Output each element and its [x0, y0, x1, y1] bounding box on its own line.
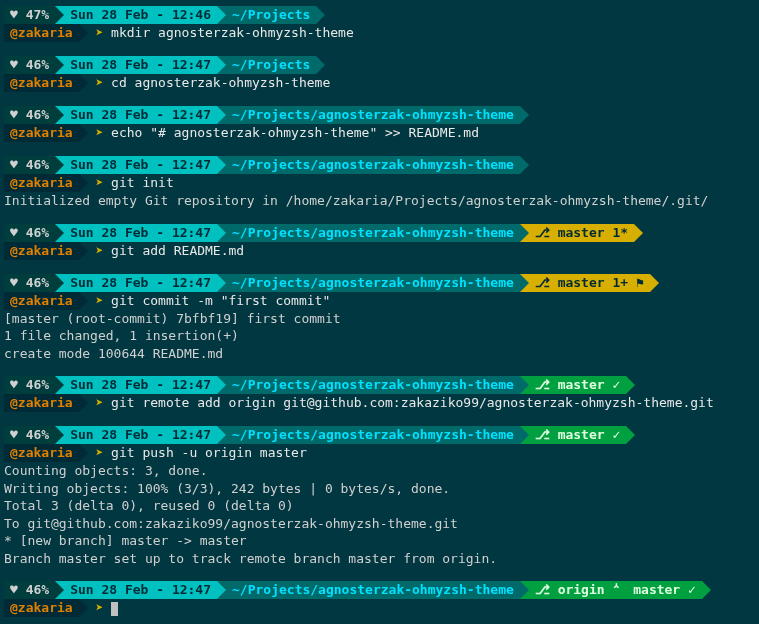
user-segment: @zakaria: [4, 174, 79, 192]
segment-arrow-icon: [217, 6, 226, 24]
battery-value: 46%: [18, 157, 49, 172]
output-line: create mode 100644 README.md: [4, 345, 755, 363]
prompt-status-line: ♥ 46%Sun 28 Feb - 12:47~/Projects: [4, 56, 755, 74]
text-cursor: [111, 602, 118, 616]
path-segment: ~/Projects/agnosterzak-ohmyzsh-theme: [226, 426, 520, 444]
segment-arrow-icon: [55, 6, 64, 24]
segment-arrow-icon: [217, 106, 226, 124]
segment-arrow-icon: [217, 274, 226, 292]
segment-arrow-icon: [217, 156, 226, 174]
path-segment: ~/Projects/agnosterzak-ohmyzsh-theme: [226, 274, 520, 292]
command-text[interactable]: cd agnosterzak-ohmyzsh-theme: [111, 75, 330, 90]
segment-arrow-icon: [520, 581, 529, 599]
terminal[interactable]: ♥ 47%Sun 28 Feb - 12:46~/Projects@zakari…: [4, 6, 755, 617]
command-text[interactable]: echo "# agnosterzak-ohmyzsh-theme" >> RE…: [111, 125, 479, 140]
path-segment: ~/Projects: [226, 56, 316, 74]
command-text[interactable]: git init: [111, 175, 174, 190]
output-line: Initialized empty Git repository in /hom…: [4, 192, 755, 210]
segment-arrow-icon: [520, 156, 529, 174]
prompt-block: ♥ 46%Sun 28 Feb - 12:47~/Projects/agnost…: [4, 376, 755, 412]
heart-icon: ♥: [10, 107, 18, 122]
output-line: Counting objects: 3, done.: [4, 462, 755, 480]
segment-arrow-icon: [55, 376, 64, 394]
battery-segment: ♥ 46%: [4, 274, 55, 292]
datetime-segment: Sun 28 Feb - 12:47: [64, 376, 217, 394]
path-segment: ~/Projects/agnosterzak-ohmyzsh-theme: [226, 581, 520, 599]
segment-arrow-icon: [316, 6, 325, 24]
git-segment: ⎇ master ✓: [529, 426, 626, 444]
prompt-status-line: ♥ 46%Sun 28 Feb - 12:47~/Projects/agnost…: [4, 224, 755, 242]
command-line[interactable]: @zakaria ➤: [4, 599, 755, 617]
segment-arrow-icon: [79, 242, 88, 260]
segment-arrow-icon: [520, 426, 529, 444]
heart-icon: ♥: [10, 225, 18, 240]
command-text[interactable]: git commit -m "first commit": [111, 293, 330, 308]
battery-segment: ♥ 46%: [4, 376, 55, 394]
datetime-segment: Sun 28 Feb - 12:47: [64, 224, 217, 242]
battery-segment: ♥ 46%: [4, 426, 55, 444]
prompt-status-line: ♥ 46%Sun 28 Feb - 12:47~/Projects/agnost…: [4, 106, 755, 124]
heart-icon: ♥: [10, 57, 18, 72]
segment-arrow-icon: [55, 56, 64, 74]
battery-value: 46%: [18, 275, 49, 290]
segment-arrow-icon: [520, 274, 529, 292]
prompt-block: ♥ 46%Sun 28 Feb - 12:47~/Projects/agnost…: [4, 274, 755, 363]
user-segment: @zakaria: [4, 124, 79, 142]
segment-arrow-icon: [55, 224, 64, 242]
prompt-block: ♥ 46%Sun 28 Feb - 12:47~/Projects/agnost…: [4, 581, 755, 617]
git-branch-icon: ⎇: [535, 225, 558, 240]
heart-icon: ♥: [10, 427, 18, 442]
battery-value: 46%: [18, 107, 49, 122]
git-label: master ✓: [558, 377, 621, 392]
prompt-caret-icon: ➤: [88, 600, 111, 615]
command-line[interactable]: @zakaria ➤ git push -u origin master: [4, 444, 755, 462]
segment-arrow-icon: [520, 106, 529, 124]
segment-arrow-icon: [217, 376, 226, 394]
command-line[interactable]: @zakaria ➤ cd agnosterzak-ohmyzsh-theme: [4, 74, 755, 92]
segment-arrow-icon: [79, 444, 88, 462]
command-line[interactable]: @zakaria ➤ echo "# agnosterzak-ohmyzsh-t…: [4, 124, 755, 142]
output-line: 1 file changed, 1 insertion(+): [4, 327, 755, 345]
prompt-status-line: ♥ 46%Sun 28 Feb - 12:47~/Projects/agnost…: [4, 581, 755, 599]
prompt-status-line: ♥ 46%Sun 28 Feb - 12:47~/Projects/agnost…: [4, 426, 755, 444]
command-line[interactable]: @zakaria ➤ git commit -m "first commit": [4, 292, 755, 310]
segment-arrow-icon: [55, 274, 64, 292]
git-segment: ⎇ master 1+ ⚑: [529, 274, 650, 292]
prompt-caret-icon: ➤: [88, 75, 111, 90]
prompt-status-line: ♥ 46%Sun 28 Feb - 12:47~/Projects/agnost…: [4, 156, 755, 174]
segment-arrow-icon: [55, 581, 64, 599]
segment-arrow-icon: [520, 376, 529, 394]
battery-value: 47%: [18, 7, 49, 22]
path-segment: ~/Projects/agnosterzak-ohmyzsh-theme: [226, 224, 520, 242]
heart-icon: ♥: [10, 377, 18, 392]
prompt-caret-icon: ➤: [88, 445, 111, 460]
segment-arrow-icon: [79, 74, 88, 92]
command-text[interactable]: git add README.md: [111, 243, 244, 258]
prompt-caret-icon: ➤: [88, 175, 111, 190]
heart-icon: ♥: [10, 582, 18, 597]
command-line[interactable]: @zakaria ➤ git remote add origin git@git…: [4, 394, 755, 412]
git-segment: ⎇ origin ᄉ master ✓: [529, 581, 702, 599]
heart-icon: ♥: [10, 7, 18, 22]
segment-arrow-icon: [634, 224, 643, 242]
output-line: [master (root-commit) 7bfbf19] first com…: [4, 310, 755, 328]
user-segment: @zakaria: [4, 242, 79, 260]
heart-icon: ♥: [10, 275, 18, 290]
command-text[interactable]: git remote add origin git@github.com:zak…: [111, 395, 714, 410]
battery-segment: ♥ 46%: [4, 56, 55, 74]
command-text[interactable]: git push -u origin master: [111, 445, 307, 460]
segment-arrow-icon: [55, 156, 64, 174]
segment-arrow-icon: [626, 376, 635, 394]
prompt-block: ♥ 47%Sun 28 Feb - 12:46~/Projects@zakari…: [4, 6, 755, 42]
command-line[interactable]: @zakaria ➤ mkdir agnosterzak-ohmyzsh-the…: [4, 24, 755, 42]
command-text[interactable]: mkdir agnosterzak-ohmyzsh-theme: [111, 25, 354, 40]
segment-arrow-icon: [520, 224, 529, 242]
git-branch-icon: ⎇: [535, 275, 558, 290]
datetime-segment: Sun 28 Feb - 12:47: [64, 156, 217, 174]
git-label: master 1*: [558, 225, 628, 240]
prompt-caret-icon: ➤: [88, 25, 111, 40]
command-line[interactable]: @zakaria ➤ git add README.md: [4, 242, 755, 260]
prompt-caret-icon: ➤: [88, 243, 111, 258]
command-line[interactable]: @zakaria ➤ git init: [4, 174, 755, 192]
prompt-status-line: ♥ 46%Sun 28 Feb - 12:47~/Projects/agnost…: [4, 376, 755, 394]
